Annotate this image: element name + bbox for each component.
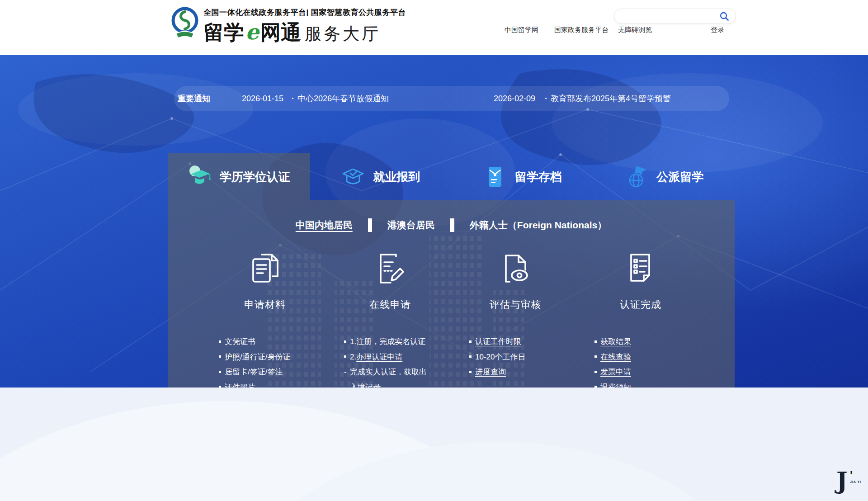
list-item: 证件照片 <box>219 380 344 388</box>
list-item[interactable]: 获取结果 <box>594 334 720 350</box>
nav-link-3[interactable]: 无障碍浏览 <box>618 26 652 34</box>
search-input[interactable] <box>621 10 717 23</box>
main-tab-4[interactable]: 公派留学 <box>593 153 735 200</box>
list-item: 文凭证书 <box>219 334 344 350</box>
step-list: 获取结果在线查验发票申请退费须知 <box>594 334 720 388</box>
subtab-3[interactable]: 外籍人士（Foreign Nationals） <box>470 219 607 232</box>
steps-grid: 申请材料文凭证书护照/通行证/身份证居留卡/签证/签注证件照片授权声明其他材料材… <box>219 250 720 388</box>
subtab-1[interactable]: 中国内地居民 <box>296 219 353 232</box>
brand-part1: 留学 <box>203 19 244 46</box>
item-text: 发票申请 <box>600 368 631 376</box>
nav-link-2[interactable]: 国家政务服务平台 <box>554 26 609 34</box>
page-header: 全国一体化在线政务服务平台| 国家智慧教育公共服务平台 留学e网通服务大厅 中国… <box>0 0 868 55</box>
item-text: 认证工作时限 <box>475 337 521 346</box>
list-item: 10-20个工作日 <box>469 350 594 365</box>
watermark-letter: J <box>836 467 848 494</box>
item-text: 10-20个工作日 <box>475 353 525 361</box>
list-item[interactable]: 发票申请 <box>594 364 720 380</box>
list-item: 1.注册，完成实名认证 <box>344 334 469 350</box>
item-prefix: 2. <box>350 353 356 361</box>
notice-bar: 重要通知 2026-01-15·中心2026年春节放假通知2026-02-09·… <box>174 86 729 111</box>
main-tab-3[interactable]: 留学存档 <box>451 153 593 200</box>
step-column-1: 申请材料文凭证书护照/通行证/身份证居留卡/签证/签注证件照片授权声明其他材料材… <box>219 250 344 388</box>
step-title: 评估与审核 <box>469 298 561 312</box>
doc-edit-icon <box>371 250 410 289</box>
list-item: 护照/通行证/身份证 <box>219 350 344 365</box>
list-marker <box>469 334 475 350</box>
list-marker <box>594 334 600 350</box>
list-marker <box>469 350 475 365</box>
item-text: 护照/通行证/身份证 <box>225 353 290 361</box>
notice-bullet: · <box>292 94 294 103</box>
list-marker <box>594 380 600 388</box>
item-text: 1.注册，完成实名认证 <box>350 337 425 346</box>
notice-link[interactable]: 中心2026年春节放假通知 <box>297 94 389 103</box>
notice-item: ·教育部发布2025年第4号留学预警 <box>545 86 671 111</box>
list-item: 居留卡/签证/签注 <box>219 364 344 380</box>
brand-part2: 网通 <box>260 19 301 46</box>
cap-blue-icon <box>340 164 366 189</box>
nav-link-1[interactable]: 中国留学网 <box>505 26 538 34</box>
hero-banner: 重要通知 2026-01-15·中心2026年春节放假通知2026-02-09·… <box>0 55 868 388</box>
item-text: 居留卡/签证/签注 <box>225 368 283 376</box>
main-tab-1[interactable]: 学历学位认证 <box>168 153 310 200</box>
cap-teal-icon <box>187 164 212 189</box>
list-marker <box>219 350 225 365</box>
list-marker <box>344 350 350 365</box>
item-text: 入境记录 <box>350 383 381 388</box>
subtab-divider <box>368 218 372 232</box>
notice-item: ·中心2026年春节放假通知 <box>292 86 389 111</box>
subtab-divider <box>450 218 454 232</box>
item-text: 进度查询 <box>475 368 506 376</box>
tab-label: 留学存档 <box>515 169 562 185</box>
step-column-3: 评估与审核认证工作时限10-20个工作日进度查询 <box>469 250 594 388</box>
tab-label: 就业报到 <box>373 169 420 185</box>
list-item[interactable]: 进度查询 <box>469 364 594 380</box>
step-list: 文凭证书护照/通行证/身份证居留卡/签证/签注证件照片授权声明其他材料材料详情认… <box>219 334 344 388</box>
brand-suffix: 服务大厅 <box>305 23 381 45</box>
list-marker <box>219 364 225 380</box>
step-title: 申请材料 <box>219 298 311 312</box>
doc-check-icon <box>621 250 660 289</box>
tab-label: 公派留学 <box>656 169 703 185</box>
list-marker <box>594 350 600 365</box>
subtab-2[interactable]: 港澳台居民 <box>387 219 435 232</box>
platform-line: 全国一体化在线政务服务平台| 国家智慧教育公共服务平台 <box>203 7 406 18</box>
list-marker <box>594 364 600 380</box>
archive-icon <box>482 164 508 189</box>
list-item[interactable]: 退费须知 <box>594 380 720 388</box>
brand-e: e <box>245 19 259 44</box>
step-list: 1.注册，完成实名认证2.办理认证申请完成实人认证，获取出入境记录填写申请信息上… <box>344 334 469 388</box>
notice-date: 2026-01-15 <box>242 86 283 111</box>
main-tabs: 学历学位认证 就业报到 留学存档 公派留学 <box>168 153 735 200</box>
tab-label: 学历学位认证 <box>220 169 290 185</box>
list-item: 完成实人认证，获取出 <box>344 364 469 380</box>
doc-eye-icon <box>496 250 535 289</box>
search-icon[interactable] <box>719 11 729 21</box>
list-marker <box>219 334 225 350</box>
list-marker <box>219 380 225 388</box>
item-text: 文凭证书 <box>225 337 255 346</box>
list-item[interactable]: 认证工作时限 <box>469 334 594 350</box>
item-text: 证件照片 <box>225 383 255 388</box>
study-abroad-logo-icon <box>171 5 199 44</box>
list-item[interactable]: 在线查验 <box>594 350 720 365</box>
step-column-4: 认证完成获取结果在线查验发票申请退费须知 <box>594 250 720 388</box>
list-item[interactable]: 2.办理认证申请 <box>344 350 469 365</box>
jiayi-watermark: J ' JIA YI <box>836 468 866 495</box>
notice-link[interactable]: 教育部发布2025年第4号留学预警 <box>551 94 671 103</box>
step-title: 在线申请 <box>344 298 436 312</box>
site-logo: 全国一体化在线政务服务平台| 国家智慧教育公共服务平台 留学e网通服务大厅 <box>171 5 406 46</box>
item-text: 获取结果 <box>600 337 631 346</box>
footer-background <box>0 388 868 501</box>
nav-link-4[interactable]: 登录 <box>711 26 724 34</box>
main-tab-2[interactable]: 就业报到 <box>310 153 452 200</box>
item-text: 完成实人认证，获取出 <box>350 368 427 376</box>
list-marker <box>344 364 350 380</box>
service-panel: 中国内地居民港澳台居民外籍人士（Foreign Nationals） 申请材料文… <box>168 200 735 388</box>
notice-label: 重要通知 <box>178 86 210 111</box>
step-column-2: 在线申请1.注册，完成实名认证2.办理认证申请完成实人认证，获取出入境记录填写申… <box>344 250 469 388</box>
notice-date: 2026-02-09 <box>494 86 535 111</box>
list-item: 入境记录 <box>344 380 469 388</box>
step-title: 认证完成 <box>594 298 687 312</box>
